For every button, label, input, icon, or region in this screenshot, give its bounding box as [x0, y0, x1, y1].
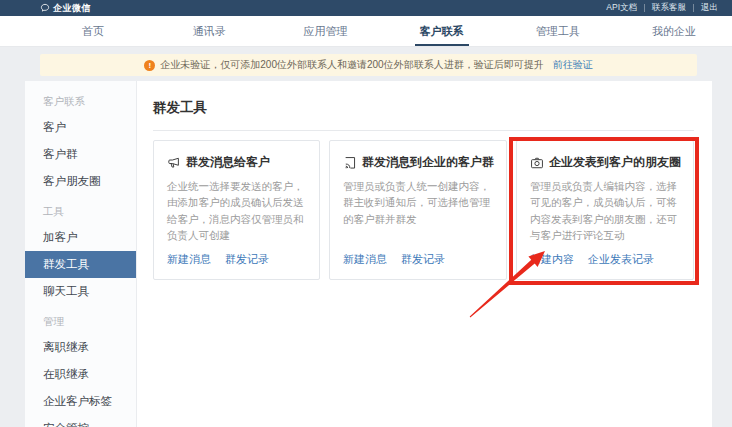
nav-customer-contact-label: 客户联系: [420, 25, 464, 37]
card-description: 企业统一选择要发送的客户，由添加客户的成员确认后发送给客户，消息内容仅管理员和负…: [167, 178, 307, 243]
camera-icon: [530, 156, 544, 170]
verification-notice: ! 企业未验证，仅可添加200位外部联系人和邀请200位外部联系人进群，验证后即…: [40, 54, 697, 76]
publish-records-link[interactable]: 企业发表记录: [588, 252, 654, 267]
nav-home[interactable]: 首页: [35, 16, 151, 46]
card-header: 群发消息到企业的客户群: [343, 154, 494, 171]
card-description: 管理员或负责人统一创建内容，群主收到通知后，可选择他管理的客户群并群发: [343, 178, 494, 227]
app-logo[interactable]: 企业微信: [40, 2, 91, 15]
sidebar-item-customers[interactable]: 客户: [25, 114, 136, 141]
send-records-link[interactable]: 群发记录: [401, 252, 445, 267]
sidebar-group-customer-contact: 客户联系: [25, 85, 136, 114]
nav-contacts[interactable]: 通讯录: [151, 16, 267, 46]
contact-support-link[interactable]: 联系客服: [652, 2, 686, 14]
feed-icon: [343, 156, 357, 170]
sidebar: 客户联系 客户 客户群 客户朋友圈 工具 加客户 群发工具 聊天工具 管理 离职…: [25, 81, 137, 427]
new-message-link[interactable]: 新建消息: [343, 252, 387, 267]
sidebar-item-customer-groups[interactable]: 客户群: [25, 141, 136, 168]
topbar-links: API文档 联系客服 退出: [606, 2, 718, 14]
new-message-link[interactable]: 新建消息: [167, 252, 211, 267]
nav-management-tools[interactable]: 管理工具: [500, 16, 616, 46]
sidebar-item-onjob-inheritance[interactable]: 在职继承: [25, 361, 136, 388]
card-header: 群发消息给客户: [167, 154, 307, 171]
card-actions: 新建消息 群发记录: [167, 243, 307, 267]
divider: [153, 130, 694, 131]
cards-row: 群发消息给客户 企业统一选择要发送的客户，由添加客户的成员确认后发送给客户，消息…: [153, 140, 694, 280]
send-records-link[interactable]: 群发记录: [225, 252, 269, 267]
nav-customer-contact[interactable]: 客户联系: [384, 16, 500, 46]
card-title: 群发消息给客户: [186, 154, 270, 171]
sidebar-item-customer-tags[interactable]: 企业客户标签: [25, 388, 136, 415]
card-mass-message-to-groups: 群发消息到企业的客户群 管理员或负责人统一创建内容，群主收到通知后，可选择他管理…: [329, 140, 507, 280]
card-mass-message-to-customers: 群发消息给客户 企业统一选择要发送的客户，由添加客户的成员确认后发送给客户，消息…: [153, 140, 320, 280]
card-actions: 新建内容 企业发表记录: [530, 243, 681, 267]
card-description: 管理员或负责人编辑内容，选择可见的客户，成员确认后，可将内容发表到客户的朋友圈，…: [530, 178, 681, 243]
main-nav: 首页 通讯录 应用管理 客户联系 管理工具 我的企业: [0, 16, 732, 46]
app-logo-text: 企业微信: [53, 2, 91, 15]
page-title: 群发工具: [153, 99, 694, 117]
divider: [644, 4, 645, 12]
new-content-link[interactable]: 新建内容: [530, 252, 574, 267]
sidebar-item-security-control[interactable]: 安全管控: [25, 415, 136, 427]
active-tab-underline: [415, 44, 469, 46]
sidebar-group-tools: 工具: [25, 195, 136, 224]
megaphone-icon: [167, 156, 181, 170]
card-title: 群发消息到企业的客户群: [362, 154, 494, 171]
content-container: 客户联系 客户 客户群 客户朋友圈 工具 加客户 群发工具 聊天工具 管理 离职…: [25, 81, 712, 427]
card-title: 企业发表到客户的朋友圈: [549, 154, 681, 171]
card-header: 企业发表到客户的朋友圈: [530, 154, 681, 171]
card-actions: 新建消息 群发记录: [343, 243, 494, 267]
notice-text: 企业未验证，仅可添加200位外部联系人和邀请200位外部联系人进群，验证后即可提…: [160, 58, 543, 72]
warning-icon: !: [144, 60, 155, 71]
sidebar-item-customer-moments[interactable]: 客户朋友圈: [25, 168, 136, 195]
api-docs-link[interactable]: API文档: [606, 2, 637, 14]
card-publish-to-moments: 企业发表到客户的朋友圈 管理员或负责人编辑内容，选择可见的客户，成员确认后，可将…: [516, 140, 694, 280]
logout-link[interactable]: 退出: [701, 2, 718, 14]
topbar: 企业微信 API文档 联系客服 退出: [0, 0, 732, 16]
nav-my-enterprise[interactable]: 我的企业: [616, 16, 732, 46]
main-panel: 群发工具 群发消息给客户 企业统一选择要发送的客户，由添加客户的成员确认后发送给…: [137, 81, 712, 427]
nav-app-management[interactable]: 应用管理: [267, 16, 383, 46]
divider: [693, 4, 694, 12]
sidebar-item-chat-tools[interactable]: 聊天工具: [25, 278, 136, 305]
sidebar-group-management: 管理: [25, 305, 136, 334]
sidebar-item-resigned-inheritance[interactable]: 离职继承: [25, 334, 136, 361]
sidebar-item-mass-send-tools[interactable]: 群发工具: [25, 251, 136, 278]
sidebar-item-add-customer[interactable]: 加客户: [25, 224, 136, 251]
chat-bubble-icon: [40, 3, 50, 13]
go-verify-link[interactable]: 前往验证: [553, 58, 593, 72]
